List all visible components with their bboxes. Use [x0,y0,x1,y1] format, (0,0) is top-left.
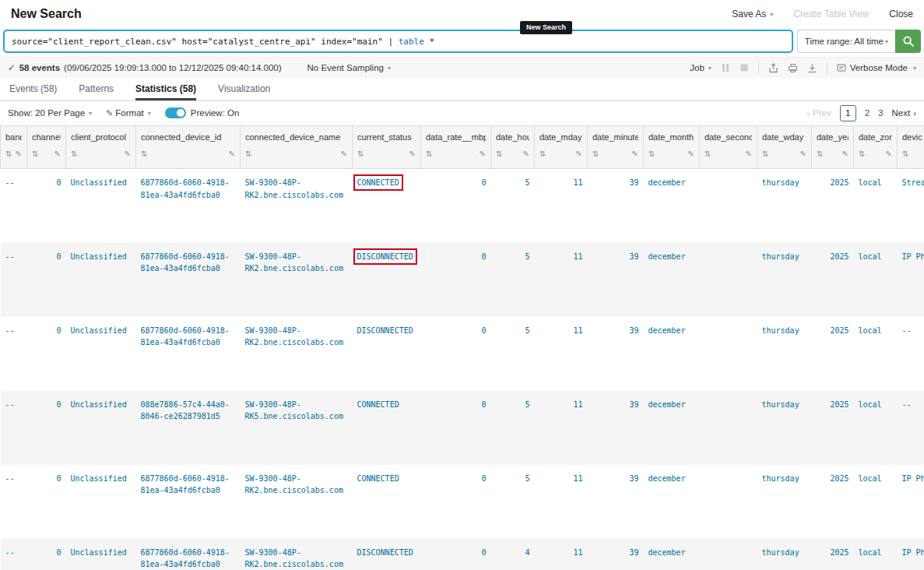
cell-connected_device_id[interactable]: 6877860d-6060-4918-81ea-43a4fd6fcba0 [136,317,241,391]
cell-date_minute[interactable]: 39 [588,391,644,465]
column-header-date_zone[interactable]: date_zone⇅✎ [854,126,898,169]
sort-icon[interactable]: ⇅ [357,150,364,158]
column-header-connected_device_name[interactable]: connected_device_name⇅✎ [241,126,353,169]
cell-date_zone[interactable]: local [854,169,898,243]
cell-band[interactable]: -- [1,317,27,391]
cell-date_wday[interactable]: thursday [757,465,812,539]
edit-column-icon[interactable]: ✎ [16,150,22,158]
cell-channel[interactable]: 0 [27,243,66,317]
save-as-button[interactable]: Save As▾ [732,9,773,19]
sort-icon[interactable]: ⇅ [704,150,711,158]
cell-current_status[interactable]: CONNECTED [353,169,421,243]
cell-client_protocol[interactable]: Unclassified [66,391,136,465]
cell-client_protocol[interactable]: Unclassified [66,169,136,243]
cell-connected_device_id[interactable]: 6877860d-6060-4918-81ea-43a4fd6fcba0 [136,539,241,570]
cell-connected_device_name[interactable]: SW-9300-48P-RK2.bne.ciscolabs.com [241,539,353,570]
share-icon[interactable] [768,63,778,73]
cell-date_hour[interactable]: 5 [491,169,535,243]
column-header-client_protocol[interactable]: client_protocol⇅✎ [66,126,136,169]
cell-current_status[interactable]: DISCONNECTED [353,243,421,317]
cell-devic[interactable]: IP Ph [898,539,924,570]
cell-band[interactable]: -- [1,169,27,243]
cell-date_year[interactable]: 2025 [812,539,854,570]
cell-date_year[interactable]: 2025 [812,169,854,243]
edit-column-icon[interactable]: ✎ [341,150,347,158]
cell-data_rate__mbps[interactable]: 0 [421,169,491,243]
cell-date_wday[interactable]: thursday [757,539,812,570]
column-header-date_mday[interactable]: date_mday⇅✎ [535,126,588,169]
cell-date_wday[interactable]: thursday [757,391,812,465]
edit-column-icon[interactable]: ✎ [54,150,61,158]
per-page-dropdown[interactable]: Show: 20 Per Page▾ [8,108,92,118]
cell-date_year[interactable]: 2025 [812,465,854,539]
search-button[interactable] [895,30,921,53]
cell-channel[interactable]: 0 [27,465,66,539]
cell-date_hour[interactable]: 5 [491,243,535,317]
cell-date_second[interactable] [700,317,757,391]
cell-date_year[interactable]: 2025 [812,391,854,465]
cell-date_month[interactable]: december [644,539,700,570]
cell-date_hour[interactable]: 5 [491,391,535,465]
cell-client_protocol[interactable]: Unclassified [66,317,136,391]
cell-date_mday[interactable]: 11 [535,465,588,539]
cell-date_minute[interactable]: 39 [588,317,644,391]
prev-page-button[interactable]: ‹Prev [806,108,831,118]
sort-icon[interactable]: ⇅ [859,150,865,158]
export-icon[interactable] [807,63,817,73]
sort-icon[interactable]: ⇅ [5,150,12,158]
edit-column-icon[interactable]: ✎ [746,150,752,158]
edit-column-icon[interactable]: ✎ [229,150,235,158]
column-header-date_wday[interactable]: date_wday⇅✎ [757,126,812,169]
cell-date_mday[interactable]: 11 [535,317,588,391]
tab-patterns[interactable]: Patterns [79,78,114,100]
cell-date_wday[interactable]: thursday [757,169,812,243]
cell-date_mday[interactable]: 11 [535,243,588,317]
sort-icon[interactable]: ⇅ [496,150,502,158]
sort-icon[interactable]: ⇅ [817,150,823,158]
column-header-channel[interactable]: channel⇅✎ [27,126,66,169]
cell-band[interactable]: -- [1,243,27,317]
edit-column-icon[interactable]: ✎ [842,150,848,158]
cell-connected_device_name[interactable]: SW-9300-48P-RK2.bne.ciscolabs.com [241,317,353,391]
cell-current_status[interactable]: DISCONNECTED [353,539,421,570]
cell-devic[interactable]: IP Ph [898,243,924,317]
cell-date_second[interactable] [700,169,757,243]
search-mode-dropdown[interactable]: Verbose Mode ▾ [837,63,916,72]
cell-devic[interactable]: -- [898,317,924,391]
cell-date_year[interactable]: 2025 [812,317,854,391]
cell-date_minute[interactable]: 39 [588,169,644,243]
cell-devic[interactable]: -- [898,391,924,465]
cell-channel[interactable]: 0 [27,391,66,465]
edit-column-icon[interactable]: ✎ [886,150,892,158]
sort-icon[interactable]: ⇅ [426,150,432,158]
sort-icon[interactable]: ⇅ [902,150,908,158]
column-header-data_rate__mbps[interactable]: data_rate__mbps⇅✎ [421,126,491,169]
cell-date_zone[interactable]: local [854,317,898,391]
time-range-picker[interactable]: Time range: All time▾ [797,30,895,53]
cell-date_second[interactable] [700,391,757,465]
cell-date_wday[interactable]: thursday [757,243,812,317]
sort-icon[interactable]: ⇅ [245,150,251,158]
cell-data_rate__mbps[interactable]: 0 [421,391,491,465]
cell-devic[interactable]: IP Ph [898,465,924,539]
cell-date_month[interactable]: december [644,169,700,243]
column-header-devic[interactable]: devic⇅✎ [898,126,924,169]
cell-date_wday[interactable]: thursday [757,317,812,391]
edit-column-icon[interactable]: ✎ [632,150,638,158]
column-header-date_second[interactable]: date_second⇅✎ [700,126,757,169]
pause-icon[interactable] [721,63,730,72]
preview-toggle[interactable] [165,107,186,118]
cell-data_rate__mbps[interactable]: 0 [421,243,491,317]
column-header-connected_device_id[interactable]: connected_device_id⇅✎ [136,126,241,169]
cell-current_status[interactable]: DISCONNECTED [353,317,421,391]
tab-statistics[interactable]: Statistics (58) [135,78,196,100]
edit-column-icon[interactable]: ✎ [480,150,486,158]
sort-icon[interactable]: ⇅ [762,150,768,158]
edit-column-icon[interactable]: ✎ [800,150,806,158]
sort-icon[interactable]: ⇅ [592,150,599,158]
page-button-1[interactable]: 1 [840,105,856,121]
cell-connected_device_name[interactable]: SW-9300-48P-RK2.bne.ciscolabs.com [241,465,353,539]
cell-connected_device_id[interactable]: 088e7886-57c4-44a0-8046-ce26287981d5 [136,391,241,465]
column-header-date_year[interactable]: date_year⇅✎ [812,126,854,169]
cell-client_protocol[interactable]: Unclassified [66,465,136,539]
